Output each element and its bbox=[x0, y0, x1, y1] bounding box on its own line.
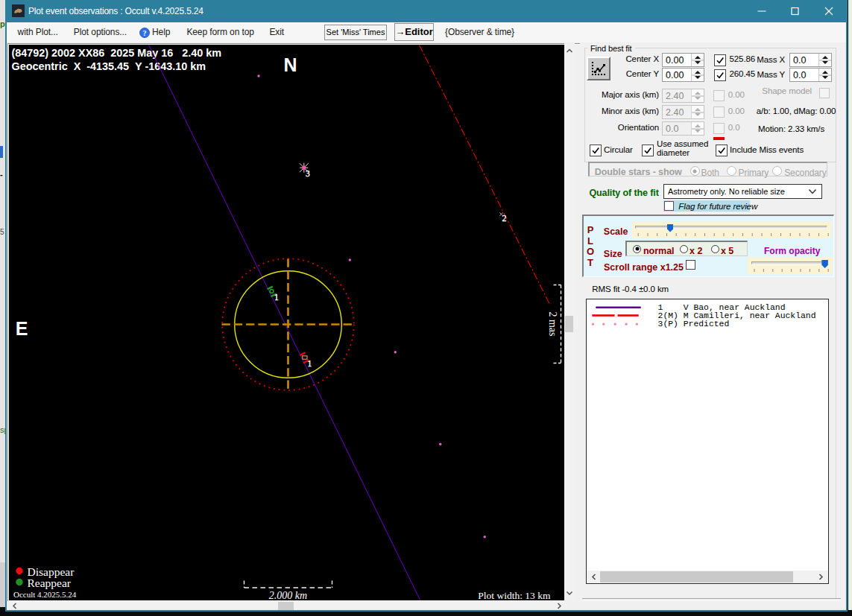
svg-text:N: N bbox=[283, 54, 297, 74]
svg-text:Occult 4.2025.5.24: Occult 4.2025.5.24 bbox=[13, 589, 77, 598]
svg-text:1: 1 bbox=[274, 292, 279, 301]
svg-text:2(M) M Camilleri, near Aucklan: 2(M) M Camilleri, near Auckland bbox=[658, 311, 816, 320]
svg-text:2.000 km: 2.000 km bbox=[268, 589, 306, 600]
svg-text:2: 2 bbox=[502, 212, 506, 223]
svg-text:Reappear: Reappear bbox=[27, 577, 71, 589]
svg-text:1 V Bao, near Auckland: 1 V Bao, near Auckland bbox=[658, 303, 786, 312]
svg-text:(84792) 2002 XX86 2025 May 16: (84792) 2002 XX86 2025 May 16 2.40 km bbox=[11, 47, 221, 59]
svg-text:Disappear: Disappear bbox=[27, 565, 75, 577]
svg-text:Plot width: 13 km: Plot width: 13 km bbox=[478, 589, 551, 600]
svg-text:E: E bbox=[15, 317, 28, 338]
svg-text:3(P) Predicted: 3(P) Predicted bbox=[658, 320, 730, 328]
svg-text:1: 1 bbox=[307, 358, 312, 367]
svg-text:Geocentric X -4135.45 Y -16: Geocentric X -4135.45 Y -1643.10 km bbox=[11, 60, 206, 72]
svg-text:2 mas: 2 mas bbox=[546, 311, 558, 336]
svg-text:?: ? bbox=[143, 28, 147, 36]
svg-text:3: 3 bbox=[306, 168, 310, 177]
